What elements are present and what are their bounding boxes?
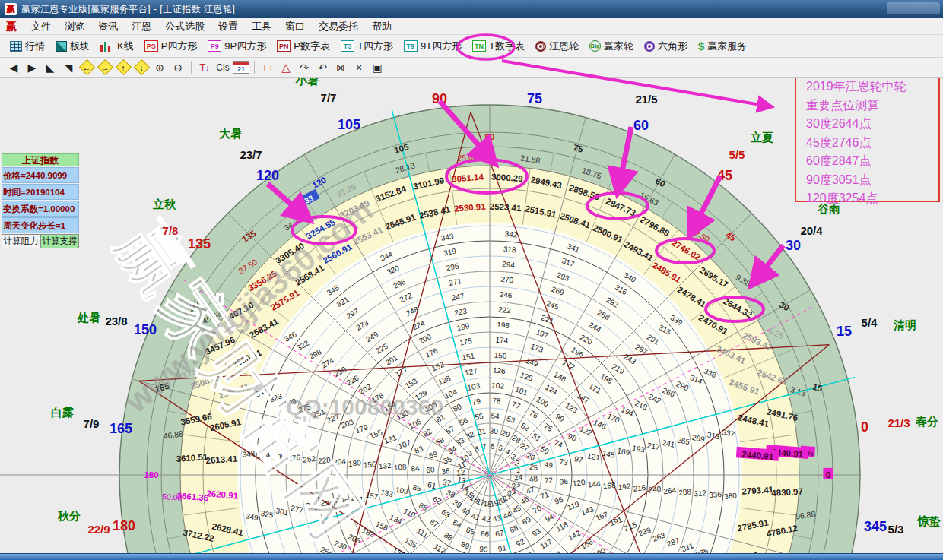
triangle-tool-button[interactable]: △ <box>278 60 294 75</box>
square-tool-button[interactable]: □ <box>259 60 276 75</box>
toolbar-赢家轮-button[interactable]: Big赢家轮 <box>584 37 639 55</box>
svg-text:7/8: 7/8 <box>163 224 179 237</box>
move-left-button[interactable]: ← <box>78 60 95 75</box>
svg-text:36: 36 <box>441 467 451 476</box>
toolbar-label: P数字表 <box>294 40 330 53</box>
pointer-down-button[interactable]: ◥ <box>60 60 77 75</box>
svg-text:120: 120 <box>256 168 279 183</box>
toolbar-label: 9P四方形 <box>224 40 266 53</box>
toolbar-赢家服务-button[interactable]: $赢家服务 <box>693 37 752 55</box>
annotation-line-2: 30度2644点 <box>806 115 938 134</box>
badge-icon: T9 <box>404 40 418 52</box>
taskbar-edge[interactable] <box>0 553 943 560</box>
t-down-button[interactable]: T↓ <box>196 60 213 75</box>
toolbar-P四方形-button[interactable]: PSP四方形 <box>139 37 203 55</box>
svg-text:72: 72 <box>544 476 554 485</box>
move-up-button[interactable]: ↑ <box>115 60 132 75</box>
toolbar-9T四方形-button[interactable]: T99T四方形 <box>398 37 467 55</box>
menu-item-6[interactable]: 工具 <box>245 20 278 33</box>
toolbar-板块-button[interactable]: 板块 <box>50 37 95 55</box>
menu-item-1[interactable]: 浏览 <box>58 20 91 33</box>
svg-text:105: 105 <box>338 117 360 132</box>
toolbar-label: 六角形 <box>658 40 687 53</box>
rotate-cw-button[interactable]: ↷ <box>296 60 313 75</box>
svg-text:白露: 白露 <box>51 406 74 419</box>
svg-text:150: 150 <box>134 322 157 337</box>
svg-text:180: 180 <box>348 458 362 468</box>
calendar-button[interactable]: 21 <box>233 61 249 74</box>
annotation-line-5: 90度3051点 <box>806 171 938 190</box>
svg-text:30: 30 <box>489 426 499 435</box>
svg-text:小暑: 小暑 <box>295 78 319 87</box>
toolbar-P数字表-button[interactable]: PNP数字表 <box>271 37 335 55</box>
svg-text:126: 126 <box>493 365 506 375</box>
svg-text:156: 156 <box>363 460 376 470</box>
delete-button[interactable]: × <box>351 60 367 75</box>
svg-text:174: 174 <box>495 336 509 346</box>
page-left-button[interactable]: ◀ <box>5 60 22 75</box>
svg-text:21/5: 21/5 <box>635 93 657 106</box>
svg-text:90: 90 <box>479 545 489 553</box>
window-title: 赢家江恩专业版[赢家服务平台] - [上证指数 江恩轮] <box>21 3 235 16</box>
menu-item-0[interactable]: 文件 <box>24 20 58 33</box>
menu-item-8[interactable]: 交易委托 <box>312 20 365 33</box>
svg-text:288: 288 <box>678 487 692 497</box>
title-bar: 赢 赢家江恩专业版[赢家服务平台] - [上证指数 江恩轮] <box>0 0 943 18</box>
gann-wheel-canvas[interactable]: 0153045607590105120135150165180195210225… <box>0 78 943 553</box>
zoom-in-button[interactable]: ⊕ <box>151 60 168 75</box>
svg-text:立秋: 立秋 <box>152 198 176 210</box>
annotation-line-4: 60度2847点 <box>806 152 938 171</box>
page-right-button[interactable]: ▶ <box>24 60 40 75</box>
badge-icon: PN <box>277 40 291 52</box>
cls-button[interactable]: Cls <box>214 60 231 75</box>
move-right-button[interactable]: → <box>97 60 113 75</box>
watermark-qq: QQ:100800360 <box>286 394 443 419</box>
window-controls[interactable] <box>887 2 940 14</box>
svg-text:22/9: 22/9 <box>87 523 110 536</box>
annotation-box: 2019年江恩轮中轮重要点位测算30度2644点45度2746点60度2847点… <box>795 78 940 202</box>
menu-item-3[interactable]: 江恩 <box>125 20 158 33</box>
toolbar-T数字表-button[interactable]: TNT数字表 <box>467 37 530 55</box>
menu-bar: 赢 文件浏览资讯江恩公式选股设置工具窗口交易委托帮助 <box>0 18 943 35</box>
menu-item-2[interactable]: 资讯 <box>91 20 125 33</box>
toolbar-K线-button[interactable]: K线 <box>95 37 139 55</box>
toolbar-行情-button[interactable]: 行情 <box>5 37 50 55</box>
svg-text:270: 270 <box>500 275 514 285</box>
menu-item-9[interactable]: 帮助 <box>365 20 398 33</box>
rotate-ccw-button[interactable]: ↶ <box>314 60 331 75</box>
svg-text:144: 144 <box>587 479 601 489</box>
toolbar-label: 赢家轮 <box>604 40 633 53</box>
toolbar-T四方形-button[interactable]: T3T四方形 <box>335 37 398 55</box>
toolbar-separator <box>191 61 192 74</box>
badge-icon: TN <box>472 40 486 52</box>
zoom-out-button[interactable]: ⊖ <box>170 60 186 75</box>
toolbar-label: T四方形 <box>357 40 393 53</box>
cross-box-button[interactable]: ⊠ <box>332 60 349 75</box>
svg-text:清明: 清明 <box>893 318 916 331</box>
toolbar-江恩轮-button[interactable]: 江恩轮 <box>530 37 584 55</box>
calc-support-button[interactable]: 计算支撑 <box>40 234 79 248</box>
drawing-toolbar: ◀▶◣◥←→↑↓⊕⊖T↓Cls21□△↷↶⊠×▣ <box>0 58 943 78</box>
dollar-icon: $ <box>698 40 704 52</box>
svg-text:180: 180 <box>113 518 135 533</box>
calc-resistance-button[interactable]: 计算阻力 <box>2 234 40 248</box>
menu-item-7[interactable]: 窗口 <box>278 20 312 33</box>
svg-text:165: 165 <box>110 421 132 436</box>
annotation-line-1: 重要点位测算 <box>806 96 938 115</box>
menu-item-5[interactable]: 设置 <box>211 20 245 33</box>
svg-text:216: 216 <box>633 483 646 493</box>
pointer-up-button[interactable]: ◣ <box>42 60 59 75</box>
move-down-button[interactable]: ↓ <box>133 60 150 75</box>
select-region-button[interactable]: ▣ <box>369 60 386 75</box>
toolbar-9P四方形-button[interactable]: P99P四方形 <box>202 37 271 55</box>
svg-text:处暑: 处暑 <box>77 311 100 324</box>
svg-text:秋分: 秋分 <box>57 509 81 522</box>
svg-text:60: 60 <box>426 465 436 474</box>
menu-item-4[interactable]: 公式选股 <box>158 20 211 33</box>
candlestick-icon <box>100 40 114 52</box>
toolbar-六角形-button[interactable]: 六角形 <box>639 37 693 55</box>
svg-text:立夏: 立夏 <box>750 131 773 144</box>
brand-logo-icon: 赢 <box>6 20 17 33</box>
svg-text:大暑: 大暑 <box>219 127 242 140</box>
svg-text:20/4: 20/4 <box>800 224 823 237</box>
